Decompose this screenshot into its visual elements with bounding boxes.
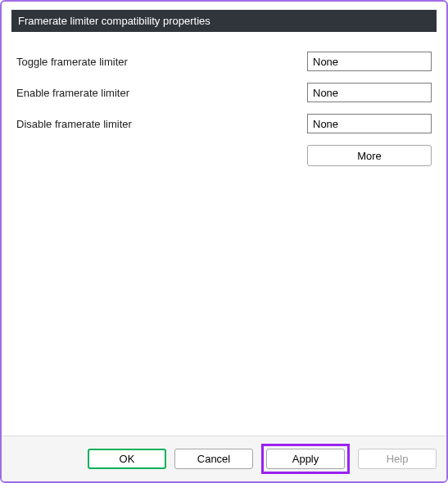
- ok-button[interactable]: OK: [88, 449, 166, 469]
- prop-input-enable[interactable]: [307, 83, 432, 102]
- more-row: More: [16, 145, 432, 166]
- prop-row-enable: Enable framerate limiter: [16, 83, 432, 102]
- prop-input-toggle[interactable]: [307, 52, 432, 71]
- prop-label: Toggle framerate limiter: [16, 56, 307, 68]
- prop-label: Enable framerate limiter: [16, 87, 307, 99]
- dialog-button-bar: OK Cancel Apply Help: [2, 436, 446, 481]
- annotation-apply-highlight: Apply: [261, 444, 350, 474]
- prop-input-disable[interactable]: [307, 114, 432, 133]
- cancel-button[interactable]: Cancel: [174, 449, 253, 469]
- dialog-window: Framerate limiter compatibility properti…: [0, 0, 448, 483]
- content-area: Framerate limiter compatibility properti…: [2, 2, 446, 174]
- section-header: Framerate limiter compatibility properti…: [11, 10, 437, 32]
- prop-row-toggle: Toggle framerate limiter: [16, 52, 432, 71]
- properties-list: Toggle framerate limiter Enable framerat…: [11, 32, 437, 174]
- more-button[interactable]: More: [307, 145, 432, 166]
- help-button: Help: [358, 449, 437, 469]
- prop-row-disable: Disable framerate limiter: [16, 114, 432, 133]
- apply-button[interactable]: Apply: [266, 449, 345, 469]
- prop-label: Disable framerate limiter: [16, 118, 307, 130]
